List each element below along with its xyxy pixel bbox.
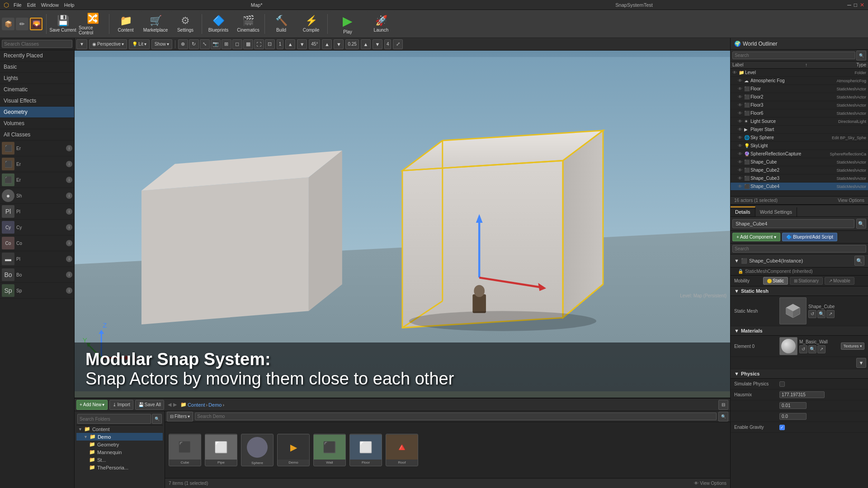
vp-rotate-btn[interactable]: ↻ bbox=[189, 39, 199, 49]
hausmix-input[interactable] bbox=[779, 391, 825, 398]
outliner-item-player[interactable]: 👁 ▶ Player Start bbox=[731, 126, 868, 134]
outliner-item-cube1[interactable]: 👁 ⬛ Shape_Cube StaticMeshActor bbox=[731, 158, 868, 166]
component-search-btn[interactable]: 🔍 bbox=[854, 256, 864, 266]
simulate-physics-checkbox[interactable] bbox=[779, 381, 785, 387]
mobility-stationary-button[interactable]: ⊞ Stationary bbox=[790, 277, 823, 285]
asset-item-1[interactable]: ⬜ Pipe bbox=[205, 434, 237, 466]
tree-item-st[interactable]: 📁 St... bbox=[76, 456, 163, 464]
lit-btn[interactable]: 💡 Lit ▾ bbox=[129, 39, 150, 49]
scale-up-btn[interactable]: ▲ bbox=[361, 39, 371, 49]
save-current-button[interactable]: 💾 Save Current bbox=[48, 11, 77, 37]
category-basic[interactable]: Basic bbox=[0, 61, 74, 73]
search-classes-input[interactable] bbox=[2, 40, 72, 48]
eye-icon-player[interactable]: 👁 bbox=[738, 127, 744, 132]
grid-down-btn[interactable]: ▼ bbox=[297, 39, 307, 49]
mode-btn-3[interactable]: 🌄 bbox=[30, 18, 42, 30]
category-visual-effects[interactable]: Visual Effects bbox=[0, 95, 74, 107]
eye-icon-floor[interactable]: 👁 bbox=[738, 86, 744, 91]
eye-icon-cube1[interactable]: 👁 bbox=[738, 160, 744, 164]
breadcrumb-demo[interactable]: Demo bbox=[208, 402, 222, 408]
asset-item-5[interactable]: ⬜ Floor bbox=[349, 434, 382, 466]
eye-icon-skysphere[interactable]: 👁 bbox=[738, 135, 744, 140]
outliner-item-floor2[interactable]: 👁 ⬛ Floor2 StaticMeshActor bbox=[731, 93, 868, 101]
tab-details[interactable]: Details bbox=[731, 206, 755, 216]
val1-input[interactable] bbox=[779, 402, 807, 409]
tab-world-settings[interactable]: World Settings bbox=[755, 207, 797, 216]
category-recently-placed[interactable]: Recently Placed bbox=[0, 50, 74, 61]
grid-up-btn[interactable]: ▲ bbox=[285, 39, 295, 49]
list-item[interactable]: Co Co i bbox=[0, 235, 74, 251]
physics-section-header[interactable]: ▼ Physics bbox=[731, 369, 868, 379]
info-btn-2[interactable]: i bbox=[66, 177, 72, 183]
asset-item-4[interactable]: ⬛ Wall bbox=[313, 434, 346, 466]
compile-button[interactable]: ⚡ Compile bbox=[297, 11, 326, 37]
settings-button[interactable]: ⚙ Settings bbox=[171, 11, 200, 37]
launch-button[interactable]: 🚀 Launch bbox=[367, 11, 396, 37]
outliner-item-reflection[interactable]: 👁 🔮 SphereReflectionCapture SphereReflec… bbox=[731, 150, 868, 158]
outliner-item-floor[interactable]: 👁 ⬛ Floor StaticMeshActor bbox=[731, 85, 868, 93]
val2-input[interactable] bbox=[779, 413, 807, 420]
import-button[interactable]: ⤓ Import bbox=[109, 400, 133, 410]
asset-search-input[interactable] bbox=[195, 413, 717, 420]
list-item[interactable]: Pl Pl i bbox=[0, 204, 74, 220]
list-item[interactable]: Cy Cy i bbox=[0, 220, 74, 235]
minimize-button[interactable]: ─ bbox=[847, 2, 851, 8]
info-btn-8[interactable]: i bbox=[66, 272, 72, 278]
blueprint-add-script-button[interactable]: 🔷 Blueprint/Add Script bbox=[782, 233, 837, 241]
viewport-canvas[interactable]: X Z Y Modular Snap System: Snap Actors b… bbox=[75, 51, 730, 398]
list-item[interactable]: ⬛ Er i bbox=[0, 141, 74, 156]
category-all-classes[interactable]: All Classes bbox=[0, 129, 74, 141]
outliner-item-skylight[interactable]: 👁 💡 SkyLight bbox=[731, 142, 868, 150]
info-btn-1[interactable]: i bbox=[66, 161, 72, 167]
mobility-static-button[interactable]: Static bbox=[763, 277, 788, 285]
angle-up-btn[interactable]: ▲ bbox=[322, 39, 332, 49]
save-all-button[interactable]: 💾 Save All bbox=[135, 400, 164, 410]
menu-file[interactable]: File bbox=[14, 2, 22, 8]
marketplace-button[interactable]: 🛒 Marketplace bbox=[141, 11, 170, 37]
scale-down-btn[interactable]: ▼ bbox=[373, 39, 382, 49]
static-mesh-section-header[interactable]: ▼ Static Mesh bbox=[731, 286, 868, 296]
outliner-search-input[interactable] bbox=[732, 52, 855, 59]
add-component-button[interactable]: + Add Component ▾ bbox=[732, 233, 780, 241]
materials-section-header[interactable]: ▼ Materials bbox=[731, 326, 868, 336]
outliner-item-floor6[interactable]: 👁 ⬛ Floor6 StaticMeshActor bbox=[731, 109, 868, 117]
info-btn-6[interactable]: i bbox=[66, 240, 72, 246]
viewport-dropdown-btn[interactable]: ▼ bbox=[76, 39, 87, 49]
asset-item-6[interactable]: 🔺 Roof bbox=[386, 434, 418, 466]
material-find-btn[interactable]: 🔍 bbox=[808, 345, 816, 353]
list-item[interactable]: ⬛ Er i bbox=[0, 156, 74, 172]
eye-icon-reflection[interactable]: 👁 bbox=[738, 151, 744, 156]
eye-icon-cube2[interactable]: 👁 bbox=[738, 168, 744, 173]
list-item[interactable]: ▬ Pl i bbox=[0, 251, 74, 267]
vp-scene-btn[interactable]: ⛶ bbox=[254, 39, 264, 49]
vp-scale-btn[interactable]: ⤡ bbox=[200, 39, 210, 49]
view-options-outliner[interactable]: View Options bbox=[838, 198, 864, 203]
tree-item-demo[interactable]: ▼ 📁 Demo bbox=[76, 433, 163, 441]
menu-edit[interactable]: Edit bbox=[27, 2, 36, 8]
cinematics-button[interactable]: 🎬 Cinematics bbox=[234, 11, 263, 37]
mesh-reset-btn[interactable]: ↺ bbox=[808, 310, 816, 318]
eye-icon-skylight[interactable]: 👁 bbox=[738, 143, 744, 148]
eye-icon-cube3[interactable]: 👁 bbox=[738, 176, 744, 181]
tree-item-geometry[interactable]: 📁 Geometry bbox=[76, 441, 163, 448]
outliner-search-btn[interactable]: 🔍 bbox=[856, 51, 866, 61]
eye-icon-light[interactable]: 👁 bbox=[738, 119, 744, 124]
add-new-button[interactable]: + Add New ▾ bbox=[76, 400, 108, 410]
eye-icon-fog[interactable]: 👁 bbox=[738, 78, 744, 83]
enable-gravity-checkbox[interactable]: ✓ bbox=[779, 425, 785, 430]
outliner-item-skysphere[interactable]: 👁 🌐 Sky Sphere Edit BP_Sky_Sphe bbox=[731, 134, 868, 142]
mesh-find-btn[interactable]: 🔍 bbox=[817, 310, 826, 318]
folder-search-btn[interactable]: 🔍 bbox=[152, 414, 162, 424]
details-search-input[interactable] bbox=[732, 245, 866, 253]
folder-search-input[interactable] bbox=[77, 414, 151, 424]
tree-item-content[interactable]: ▼ 📁 Content bbox=[76, 425, 163, 433]
info-btn-5[interactable]: i bbox=[66, 224, 72, 230]
eye-icon-cube4[interactable]: 👁 bbox=[738, 184, 744, 189]
selected-actor-name-input[interactable] bbox=[732, 219, 854, 228]
blueprints-button[interactable]: 🔷 Blueprints bbox=[204, 11, 233, 37]
tree-item-mannequin[interactable]: 📁 Mannequin bbox=[76, 448, 163, 456]
info-btn-9[interactable]: i bbox=[66, 287, 72, 294]
close-button[interactable]: ✕ bbox=[860, 2, 864, 8]
filters-button[interactable]: ⊟ Filters ▾ bbox=[167, 412, 193, 422]
eye-icon-floor3[interactable]: 👁 bbox=[738, 103, 744, 108]
